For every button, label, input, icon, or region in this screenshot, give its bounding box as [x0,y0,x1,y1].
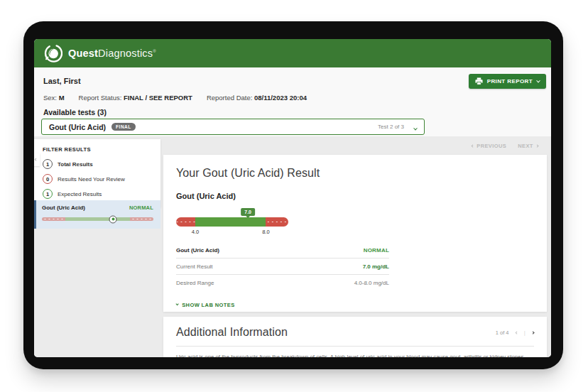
app-header: QuestDiagnostics® [34,39,551,67]
range-normal-zone [65,217,130,221]
sidebar-range-slider [42,217,153,221]
range-bar [176,217,288,227]
additional-info-body: Uric acid is one of the byproducts from … [176,353,534,357]
result-test-name: Gout (Uric Acid) [176,192,534,200]
info-previous-button[interactable] [516,330,518,336]
additional-info-title: Additional Information [176,326,288,339]
need-review-count: 0 [43,174,53,184]
tablet-frame: QuestDiagnostics® Last, First PRINT REPO… [23,21,563,369]
result-range-gauge: 7.0 4.0 8.0 [176,217,288,236]
content-area: FILTER RESULTS 1 Total Results 0 Results… [34,136,551,357]
filter-results-panel: FILTER RESULTS 1 Total Results 0 Results… [34,139,160,207]
row-value: 4.0-8.0 mg/dL [354,280,389,286]
table-row: Current Result 7.0 mg/dL [176,258,389,274]
row-label: Current Result [176,263,213,270]
range-low-label: 4.0 [192,229,199,235]
patient-name: Last, First [43,77,81,85]
normal-zone [195,217,266,227]
result-marker [109,215,117,223]
printer-icon [475,77,483,85]
info-next-button[interactable] [532,330,534,336]
quest-logo-icon [43,44,62,63]
pagination-divider: | [524,330,526,336]
filter-item-total-results[interactable]: 1 Total Results [43,159,153,169]
patient-sex: Sex: M [43,94,65,102]
high-zone [266,217,288,227]
filter-item-need-review[interactable]: 0 Results Need Your Review [43,174,153,184]
chevron-down-icon [536,78,540,82]
range-high-zone [130,217,153,221]
row-label: Gout (Uric Acid) [176,247,219,254]
row-label: Desired Range [176,280,214,286]
table-row: Desired Range 4.0-8.0 mg/dL [176,274,389,290]
range-low-zone [42,217,65,221]
sidebar-result-status-badge: NORMAL [129,205,153,211]
range-high-label: 8.0 [262,229,269,235]
test-selector-dropdown[interactable]: Gout (Uric Acid) FINAL Test 2 of 3 [41,119,425,135]
additional-info-card: Additional Information 1 of 4 | Uric aci… [163,317,547,357]
app-screen: QuestDiagnostics® Last, First PRINT REPO… [34,39,551,357]
chevron-down-icon [175,303,179,306]
reported-date: Reported Date: 08/11/2023 20:04 [207,94,307,102]
print-report-button[interactable]: PRINT REPORT [469,74,546,89]
test-position-indicator: Test 2 of 3 [378,124,404,130]
low-zone [176,217,195,227]
range-labels: 4.0 8.0 [176,229,288,236]
available-tests-label: Available tests (3) [43,108,107,116]
selected-test-name: Gout (Uric Acid) [49,123,106,131]
current-value-tag: 7.0 [241,208,255,216]
patient-info-section: Last, First PRINT REPORT Sex: M Report S… [34,67,551,136]
show-lab-notes-toggle[interactable]: SHOW LAB NOTES [176,302,534,308]
brand-wordmark: QuestDiagnostics® [68,48,156,59]
next-button[interactable]: NEXT [518,143,538,149]
filter-results-title: FILTER RESULTS [43,146,153,153]
card-divider [176,346,534,347]
sidebar-collapse-handle[interactable] [34,153,40,166]
info-pagination: 1 of 4 | [496,330,534,336]
row-value: NORMAL [364,247,389,254]
previous-button[interactable]: PREVIOUS [472,143,506,149]
main-panel: PREVIOUS NEXT Your Gout (Uric Acid) Resu… [163,136,547,357]
final-status-badge: FINAL [111,123,136,131]
filter-item-expected-results[interactable]: 1 Expected Results [43,189,153,199]
result-card: Your Gout (Uric Acid) Result Gout (Uric … [163,155,547,312]
row-value: 7.0 mg/dL [363,263,389,270]
patient-meta-row: Sex: M Report Status: FINAL / SEE REPORT… [43,94,307,102]
page-indicator: 1 of 4 [496,330,509,336]
expected-results-count: 1 [43,189,53,199]
result-card-title: Your Gout (Uric Acid) Result [176,167,534,180]
result-table: Gout (Uric Acid) NORMAL Current Result 7… [176,242,389,290]
table-row: Gout (Uric Acid) NORMAL [176,242,389,258]
sidebar-result-name: Gout (Uric Acid) [42,205,85,211]
result-pager: PREVIOUS NEXT [472,143,538,149]
print-report-label: PRINT REPORT [487,78,533,85]
report-status: Report Status: FINAL / SEE REPORT [79,94,192,102]
sidebar-result-item-gout[interactable]: Gout (Uric Acid) NORMAL [34,200,160,229]
chevron-down-icon [414,121,417,134]
filter-item-label: Total Results [58,161,93,168]
filter-item-label: Results Need Your Review [58,176,125,183]
filter-item-label: Expected Results [58,191,102,197]
show-lab-notes-label: SHOW LAB NOTES [182,302,234,308]
total-results-count: 1 [43,159,53,169]
